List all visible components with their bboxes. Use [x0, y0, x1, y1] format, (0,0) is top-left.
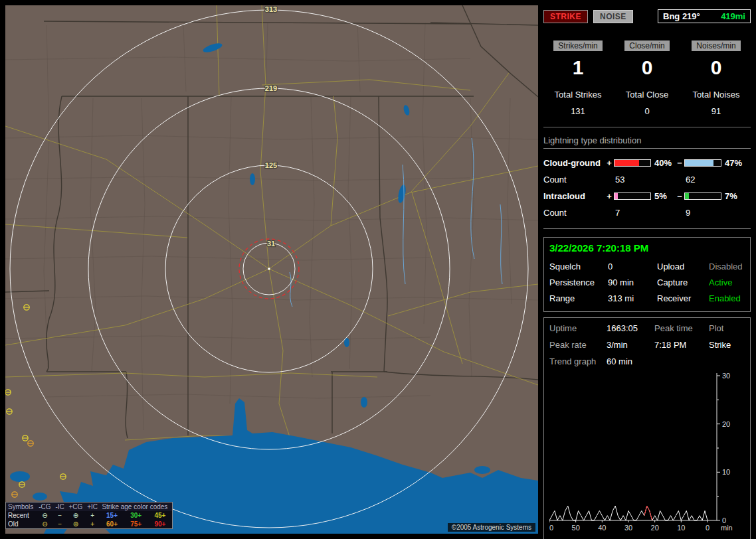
strikes-per-min-label: Strikes/min	[553, 40, 602, 51]
total-close-value: 0	[613, 106, 682, 116]
svg-text:30: 30	[722, 372, 730, 380]
strike-indicator-button[interactable]: STRIKE	[543, 10, 588, 23]
legend-recent-label: Recent	[6, 511, 37, 520]
indicator-row: STRIKE NOISE Bng 219° 419mi	[543, 9, 751, 23]
age-code-90: 90+	[148, 520, 172, 528]
noises-per-min-value: 0	[682, 56, 751, 79]
session-trend-box: Uptime 1663:05 Peak time Plot Peak rate …	[543, 317, 751, 539]
status-panel: STRIKE NOISE Bng 219° 419mi Strikes/min …	[543, 5, 751, 534]
age-code-30: 30+	[124, 511, 148, 520]
svg-text:40: 40	[598, 524, 606, 532]
squelch-value: 0	[608, 262, 657, 271]
stat-strikes: Strikes/min 1 Total Strikes 131	[543, 40, 613, 116]
legend-symbols-header: Symbols	[6, 502, 37, 511]
svg-text:60: 60	[549, 524, 553, 532]
capture-label: Capture	[657, 277, 709, 287]
close-per-min-value: 0	[613, 56, 682, 79]
lightning-map[interactable]: 313 219 125 31 Symbols -CG -IC +CG +IC S…	[5, 5, 538, 534]
range-ring-label-125: 125	[265, 161, 277, 169]
distribution-title: Lightning type distribution	[543, 135, 751, 149]
minus-sign: −	[675, 158, 684, 168]
receiver-status: Enabled	[709, 293, 745, 303]
age-code-45: 45+	[148, 511, 172, 520]
trend-graph-label: Trend graph	[549, 356, 607, 366]
legend-col-pos-ic: +IC	[85, 502, 100, 511]
range-ring-label-313: 313	[265, 5, 277, 13]
pos-ic-icon: +	[85, 511, 100, 520]
intracloud-pos-pct: 5%	[651, 191, 675, 201]
close-per-min-label: Close/min	[624, 40, 669, 51]
uptime-label: Uptime	[549, 323, 607, 333]
legend-old-label: Old	[6, 520, 37, 528]
strikes-per-min-value: 1	[543, 56, 613, 79]
trend-graph: 01020306050403020100min	[549, 372, 745, 539]
peak-time-label: Peak time	[654, 323, 709, 333]
capture-status: Active	[709, 277, 745, 287]
legend-col-neg-cg: -CG	[37, 502, 53, 511]
total-close-label: Total Close	[613, 90, 682, 100]
svg-text:20: 20	[722, 420, 730, 428]
noises-per-min-label: Noises/min	[692, 40, 740, 51]
pos-ic-icon: +	[85, 520, 100, 528]
svg-text:50: 50	[572, 524, 580, 532]
intracloud-pos-bar	[614, 193, 651, 200]
plus-sign: +	[605, 158, 614, 168]
legend-col-pos-cg: +CG	[66, 502, 85, 511]
cloud-ground-neg-pct: 47%	[721, 158, 741, 168]
cloud-ground-neg-count: 62	[684, 175, 721, 185]
plot-type-value: Strike	[709, 340, 745, 350]
datetime-display: 3/22/2026 7:20:18 PM	[544, 238, 750, 262]
cloud-ground-pos-bar	[614, 159, 651, 167]
age-code-75: 75+	[124, 520, 148, 528]
rate-stats: Strikes/min 1 Total Strikes 131 Close/mi…	[543, 40, 751, 127]
plus-sign: +	[605, 191, 614, 201]
svg-text:10: 10	[677, 524, 685, 532]
intracloud-neg-bar	[684, 193, 721, 200]
plot-label: Plot	[709, 323, 745, 333]
range-value: 313 mi	[608, 293, 657, 303]
range-ring-label-219: 219	[265, 84, 277, 92]
svg-text:10: 10	[722, 468, 730, 476]
stat-close: Close/min 0 Total Close 0	[613, 40, 682, 116]
svg-text:0: 0	[706, 524, 709, 532]
neg-cg-icon: ⊖	[37, 520, 53, 528]
bearing-value: Bng 219°	[663, 11, 700, 21]
persistence-value: 90 min	[608, 277, 657, 287]
lightning-distribution: Lightning type distribution Cloud-ground…	[543, 127, 751, 229]
neg-ic-icon: −	[53, 520, 66, 528]
pos-cg-icon: ⊕	[66, 511, 85, 520]
peak-rate-value: 3/min	[607, 340, 654, 350]
cloud-ground-neg-bar	[684, 159, 721, 167]
cloud-ground-pos-pct: 40%	[651, 158, 675, 168]
minus-sign: −	[675, 191, 684, 201]
stat-noises: Noises/min 0 Total Noises 91	[682, 40, 751, 116]
count-label: Count	[543, 175, 605, 185]
upload-label: Upload	[657, 262, 709, 271]
age-code-60: 60+	[100, 520, 124, 528]
bearing-distance: 419mi	[721, 11, 745, 21]
map-graphic: 313 219 125 31	[5, 5, 538, 534]
total-strikes-value: 131	[543, 106, 613, 116]
upload-status: Disabled	[709, 262, 745, 271]
squelch-label: Squelch	[549, 262, 608, 271]
legend-col-neg-ic: -IC	[53, 502, 66, 511]
legend-age-title: Strike age color codes	[100, 502, 172, 511]
age-code-15: 15+	[100, 511, 124, 520]
total-strikes-label: Total Strikes	[543, 90, 613, 100]
noise-indicator-button[interactable]: NOISE	[593, 10, 633, 23]
map-legend: Symbols -CG -IC +CG +IC Strike age color…	[5, 502, 173, 529]
cloud-ground-pos-count: 53	[614, 175, 651, 185]
total-noises-label: Total Noises	[682, 90, 751, 100]
intracloud-pos-count: 7	[614, 208, 651, 218]
copyright-notice: ©2005 Astrogenic Systems	[448, 523, 535, 532]
svg-text:20: 20	[651, 524, 659, 532]
neg-ic-icon: −	[53, 511, 66, 520]
intracloud-neg-pct: 7%	[721, 191, 741, 201]
peak-time-value: 7:18 PM	[654, 340, 709, 350]
bearing-box: Bng 219° 419mi	[658, 9, 751, 23]
pos-cg-icon: ⊕	[66, 520, 85, 528]
intracloud-label: Intracloud	[543, 191, 605, 201]
uptime-value: 1663:05	[607, 323, 654, 333]
svg-text:30: 30	[624, 524, 632, 532]
count-label: Count	[543, 208, 605, 218]
